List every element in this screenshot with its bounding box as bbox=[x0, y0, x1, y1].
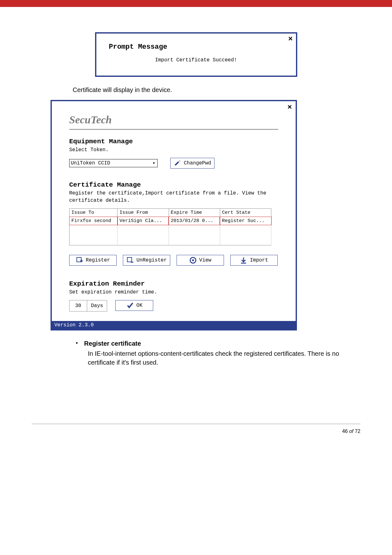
col-issue-to[interactable]: Issue To bbox=[69, 209, 118, 217]
page-top-bar bbox=[0, 0, 392, 7]
page-number: 46 bbox=[342, 429, 348, 434]
token-select-value: UniToken CCID bbox=[71, 160, 110, 166]
page-total: 72 bbox=[355, 429, 360, 434]
download-icon bbox=[240, 256, 247, 264]
brand-logo: SecuTech bbox=[69, 114, 278, 130]
unregister-label: UnRegister bbox=[136, 257, 167, 263]
change-pwd-button[interactable]: ChangePwd bbox=[170, 158, 214, 169]
version-bar: Version 2.3.0 bbox=[52, 321, 296, 329]
caption-text: Certificate will display in the device. bbox=[73, 86, 360, 94]
table-row bbox=[69, 235, 271, 240]
table-row bbox=[69, 240, 271, 245]
bullet-title: Register certificate bbox=[84, 340, 141, 347]
close-icon[interactable]: × bbox=[287, 103, 292, 111]
cell-issue-to: Firxfox second bbox=[69, 217, 118, 225]
table-row[interactable]: Firxfox second VeriSign Cla... 2013/01/2… bbox=[69, 217, 271, 225]
svg-rect-1 bbox=[127, 257, 132, 262]
table-row bbox=[69, 225, 271, 230]
certificate-manage-title: Certificate Manage bbox=[69, 181, 278, 188]
register-label: Register bbox=[86, 257, 110, 263]
unregister-icon bbox=[126, 256, 134, 264]
certificate-manage-subtitle: Register the certificate,Import certific… bbox=[69, 190, 278, 204]
expiration-title: Expiration Reminder bbox=[69, 280, 278, 287]
days-input[interactable]: 30 bbox=[69, 300, 87, 311]
bullet-section: • Register certificate In IE-tool-intern… bbox=[76, 340, 360, 367]
import-label: Import bbox=[250, 257, 268, 263]
eye-icon bbox=[189, 256, 197, 264]
register-icon bbox=[76, 256, 83, 264]
token-select[interactable]: UniToken CCID ▼ bbox=[69, 159, 158, 167]
cell-issue-from: VeriSign Cla... bbox=[118, 217, 169, 225]
prompt-dialog: × Prompt Message Import Certificate Succ… bbox=[95, 32, 297, 77]
svg-point-3 bbox=[192, 259, 194, 261]
cell-cert-state: Register Suc... bbox=[220, 217, 271, 225]
secutech-window: × SecuTech Equipment Manage Select Token… bbox=[51, 100, 297, 330]
ok-label: OK bbox=[136, 303, 142, 308]
equipment-manage-subtitle: Select Token. bbox=[69, 146, 278, 153]
cell-expire-time: 2013/01/28 0... bbox=[169, 217, 220, 225]
prompt-title: Prompt Message bbox=[109, 43, 283, 51]
bullet-icon: • bbox=[76, 340, 78, 347]
register-button[interactable]: Register bbox=[69, 255, 117, 266]
unregister-button[interactable]: UnRegister bbox=[123, 255, 170, 266]
page-of: of bbox=[349, 429, 353, 434]
col-expire-time[interactable]: Expire Time bbox=[169, 209, 220, 217]
import-button[interactable]: Import bbox=[230, 255, 278, 266]
chevron-down-icon: ▼ bbox=[151, 160, 157, 166]
view-button[interactable]: View bbox=[177, 255, 224, 266]
col-issue-from[interactable]: Issue From bbox=[118, 209, 169, 217]
ok-button[interactable]: OK bbox=[115, 300, 153, 311]
page-footer: 46 of 72 bbox=[32, 424, 360, 434]
check-icon bbox=[126, 302, 134, 309]
bullet-body: In IE-tool-internet options-content-cert… bbox=[88, 349, 360, 367]
equipment-manage-title: Equipment Manage bbox=[69, 138, 278, 145]
page-content: × Prompt Message Import Certificate Succ… bbox=[0, 7, 392, 379]
days-label: Days bbox=[87, 303, 107, 309]
change-pwd-label: ChangePwd bbox=[184, 160, 211, 166]
expiration-subtitle: Set expiration reminder time. bbox=[69, 289, 278, 296]
col-cert-state[interactable]: Cert State bbox=[220, 209, 271, 217]
close-icon[interactable]: × bbox=[288, 35, 292, 42]
pencil-icon bbox=[174, 159, 181, 167]
days-box: 30 Days bbox=[69, 300, 107, 311]
view-label: View bbox=[199, 257, 211, 263]
certificate-table: Issue To Issue From Expire Time Cert Sta… bbox=[69, 208, 271, 245]
prompt-message: Import Certificate Succeed! bbox=[109, 57, 283, 63]
table-row bbox=[69, 230, 271, 235]
